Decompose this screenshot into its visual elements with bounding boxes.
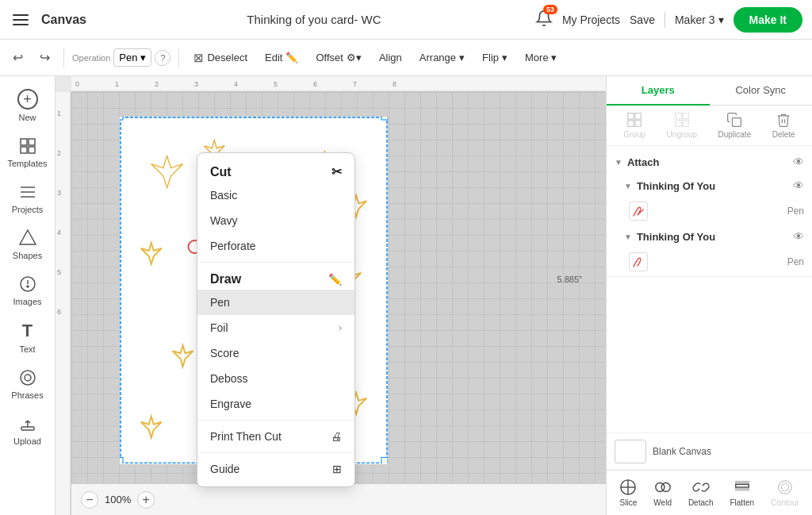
flip-button[interactable]: Flip ▾ (476, 48, 514, 67)
notification-button[interactable]: 53 (535, 10, 553, 30)
delete-tool[interactable]: Delete (772, 112, 795, 139)
sidebar-item-phrases[interactable]: Phrases (2, 362, 53, 406)
attach-group-header[interactable]: ▼ Attach 👁 (607, 149, 812, 175)
sidebar-item-upload[interactable]: Upload (2, 408, 53, 452)
weld-icon (654, 478, 672, 496)
contour-tool[interactable]: Contour (771, 478, 799, 507)
operation-select[interactable]: Pen ▾ (113, 48, 151, 67)
tab-color-sync[interactable]: Color Sync (710, 76, 813, 105)
duplicate-tool[interactable]: Duplicate (718, 112, 752, 139)
svg-text:0: 0 (75, 80, 79, 88)
ungroup-tool[interactable]: Ungroup (667, 112, 697, 139)
shapes-icon (18, 229, 37, 248)
operation-group: Operation Pen ▾ ? (72, 48, 170, 67)
cut-section-label: Cut ✂ (197, 158, 354, 183)
layers-content: ▼ Attach 👁 ▼ Thinking Of You 👁 Pen (607, 146, 812, 432)
more-button[interactable]: More ▾ (519, 48, 563, 67)
dropdown-guide[interactable]: Guide ⊞ (197, 456, 354, 482)
undo-button[interactable]: ↩ (6, 47, 29, 69)
dropdown-foil[interactable]: Foil › (197, 315, 354, 340)
thinking-1-pen-item[interactable]: Pen (607, 197, 812, 225)
flatten-tool[interactable]: Flatten (730, 478, 754, 507)
deselect-button[interactable]: ⊠ Deselect (187, 48, 254, 68)
dropdown-basic[interactable]: Basic (197, 183, 354, 208)
dropdown-separator-3 (197, 452, 354, 453)
zoom-in-button[interactable]: + (137, 491, 155, 509)
svg-rect-42 (683, 121, 689, 127)
ruler-horizontal: 0 1 2 3 4 5 6 7 8 (71, 76, 606, 92)
svg-rect-41 (675, 121, 681, 127)
thinking-of-you-2-header[interactable]: ▼ Thinking Of You 👁 (607, 225, 812, 248)
align-button[interactable]: Align (373, 48, 408, 67)
svg-text:6: 6 (57, 308, 61, 316)
redo-button[interactable]: ↪ (33, 47, 56, 69)
sidebar-item-new[interactable]: + New (2, 83, 53, 129)
svg-rect-35 (628, 113, 634, 120)
duplicate-label: Duplicate (718, 130, 752, 139)
app-logo: Canvas (41, 13, 86, 27)
printer-icon: 🖨 (331, 430, 342, 443)
topbar: Canvas Thinking of you card- WC 53 My Pr… (0, 0, 812, 40)
operation-help[interactable]: ? (155, 50, 170, 66)
sidebar-new-label: New (18, 113, 36, 122)
dropdown-perforate[interactable]: Perforate (197, 233, 354, 259)
detach-tool[interactable]: Detach (688, 478, 714, 507)
thinking-1-eye[interactable]: 👁 (793, 179, 804, 192)
group-tool[interactable]: Group (623, 112, 645, 139)
images-icon (18, 275, 37, 294)
zoom-out-button[interactable]: − (81, 491, 98, 509)
slice-tool[interactable]: Slice (619, 478, 637, 507)
offset-button[interactable]: Offset ⚙▾ (309, 48, 367, 67)
thinking-2-eye[interactable]: 👁 (793, 230, 804, 243)
attach-group: ▼ Attach 👁 ▼ Thinking Of You 👁 Pen (607, 149, 812, 277)
sidebar-projects-label: Projects (12, 205, 44, 214)
tab-layers[interactable]: Layers (607, 76, 710, 106)
dropdown-separator-2 (197, 420, 354, 421)
thinking-of-you-1-header[interactable]: ▼ Thinking Of You 👁 (607, 175, 812, 197)
save-button[interactable]: Save (630, 13, 655, 26)
menu-button[interactable] (10, 11, 32, 29)
svg-text:2: 2 (155, 80, 159, 88)
weld-tool[interactable]: Weld (653, 478, 672, 507)
dropdown-wavy[interactable]: Wavy (197, 208, 354, 233)
ungroup-icon (674, 112, 690, 128)
sidebar-item-templates[interactable]: Templates (2, 130, 53, 175)
dropdown-engrave[interactable]: Engrave (197, 391, 354, 417)
svg-text:5: 5 (274, 80, 278, 88)
detach-label: Detach (688, 498, 714, 507)
arrange-button[interactable]: Arrange ▾ (413, 48, 471, 67)
blank-canvas-label: Blank Canvas (653, 446, 711, 457)
edit-icon: ✏️ (285, 52, 298, 63)
my-projects-link[interactable]: My Projects (562, 13, 620, 26)
ruler-vertical: 1 2 3 4 5 6 (56, 92, 71, 515)
toolbar: ↩ ↪ Operation Pen ▾ ? ⊠ Deselect Edit ✏️… (0, 40, 812, 76)
svg-text:3: 3 (57, 189, 61, 197)
machine-selector[interactable]: Maker 3 ▾ (675, 13, 724, 26)
attach-eye-icon[interactable]: 👁 (793, 156, 804, 168)
sidebar-item-shapes[interactable]: Shapes (2, 222, 53, 267)
text-icon: T (22, 321, 33, 341)
thinking-1-chevron: ▼ (624, 182, 632, 190)
dropdown-score[interactable]: Score (197, 340, 354, 366)
sidebar-item-images[interactable]: Images (2, 268, 53, 313)
svg-text:3: 3 (194, 80, 198, 88)
thinking-2-thumb (629, 252, 648, 271)
svg-rect-38 (635, 121, 642, 127)
svg-point-52 (778, 481, 791, 494)
make-it-button[interactable]: Make It (733, 7, 802, 33)
sidebar-item-projects[interactable]: Projects (2, 176, 53, 221)
svg-rect-3 (29, 147, 35, 153)
dropdown-print-then-cut[interactable]: Print Then Cut 🖨 (197, 424, 354, 449)
canvas-dimension: 5.885" (557, 275, 582, 284)
thinking-2-chevron: ▼ (624, 233, 632, 241)
svg-text:4: 4 (57, 229, 61, 236)
operation-dropdown: Cut ✂ Basic Wavy Perforate Draw ✏️ Pen F… (197, 152, 355, 487)
sidebar-item-text[interactable]: T Text (2, 314, 53, 360)
flatten-label: Flatten (730, 498, 754, 507)
svg-text:7: 7 (353, 80, 357, 88)
thinking-2-pen-item[interactable]: Pen (607, 248, 812, 276)
edit-button[interactable]: Edit ✏️ (259, 48, 304, 67)
flatten-icon (733, 478, 751, 496)
dropdown-pen[interactable]: Pen (197, 290, 354, 315)
dropdown-deboss[interactable]: Deboss (197, 366, 354, 391)
